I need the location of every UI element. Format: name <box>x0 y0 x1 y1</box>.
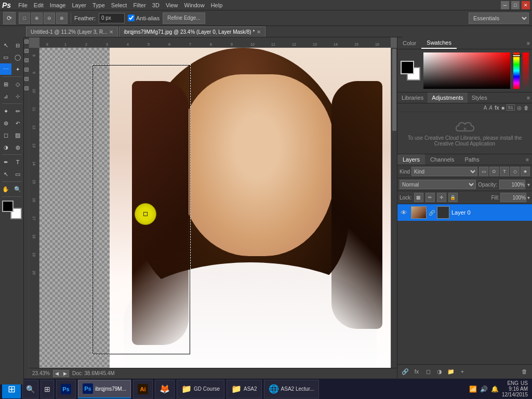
subtract-selection-btn[interactable]: ⊖ <box>44 12 55 24</box>
spot-heal-btn[interactable]: ✦ <box>0 105 11 117</box>
history-brush-btn[interactable]: ↶ <box>12 117 23 129</box>
libs-icon7[interactable]: 🗑 <box>524 105 529 111</box>
new-selection-btn[interactable]: □ <box>19 12 30 24</box>
brush-btn[interactable]: ✏ <box>12 105 23 117</box>
minimize-button[interactable]: ─ <box>501 1 509 9</box>
add-selection-btn[interactable]: ⊕ <box>31 12 43 24</box>
taskbar-ps-file[interactable]: Ps ibrqjms79M... <box>78 380 131 398</box>
nav-right-btn[interactable]: ▶ <box>61 370 69 377</box>
clone-stamp-btn[interactable]: ⊛ <box>0 117 11 129</box>
taskbar-gd-course[interactable]: 📁 GD Course <box>177 380 224 398</box>
layers-tab[interactable]: Layers <box>397 154 425 165</box>
tab-untitled[interactable]: Untitled-1 @ 11.2% (Layer 3, R... ✕ <box>26 26 118 37</box>
menu-edit[interactable]: Edit <box>31 0 47 10</box>
menu-layer[interactable]: Layer <box>69 0 89 10</box>
blur-btn[interactable]: ◍ <box>12 141 23 153</box>
taskbar-asa2[interactable]: 📁 ASA2 <box>227 380 262 398</box>
kind-select[interactable]: Kind <box>411 167 477 176</box>
taskbar-search[interactable]: 🔍 <box>22 380 38 398</box>
taskbar-firefox[interactable]: 🦊 <box>155 380 175 398</box>
magic-wand-btn[interactable]: ✦ <box>12 63 23 75</box>
v-scrollbar[interactable] <box>391 48 397 378</box>
hand-tool-btn[interactable]: ✋ <box>0 183 11 195</box>
color-panel-menu[interactable]: ≡ <box>525 39 532 47</box>
lock-position-btn[interactable]: ✛ <box>437 193 446 202</box>
libraries-tab[interactable]: Libraries <box>397 92 428 103</box>
libs-icon3[interactable]: fx <box>495 105 499 111</box>
channels-tab[interactable]: Channels <box>425 154 459 165</box>
taskbar-ai[interactable]: Ai <box>133 380 153 398</box>
v-sidebar-icon5[interactable] <box>24 77 29 81</box>
alpha-slider[interactable] <box>523 52 529 89</box>
close-button[interactable]: ✕ <box>522 1 530 9</box>
color-gradient-field[interactable] <box>423 52 510 89</box>
new-adj-btn[interactable]: ◑ <box>435 367 444 376</box>
nav-left-btn[interactable]: ◀ <box>53 370 61 377</box>
shape-tool-btn[interactable]: ▭ <box>12 168 23 180</box>
notification-icon[interactable]: 🔔 <box>491 385 499 393</box>
v-sidebar-icon4[interactable] <box>24 68 29 72</box>
layer-item-0[interactable]: 👁 🔗 Layer 0 <box>397 204 532 221</box>
link-layers-btn[interactable]: 🔗 <box>401 367 410 376</box>
styles-tab[interactable]: Styles <box>468 92 491 103</box>
pen-tool-btn[interactable]: ✒ <box>0 156 11 168</box>
menu-file[interactable]: File <box>15 0 31 10</box>
menu-select[interactable]: Select <box>108 0 130 10</box>
layer-icon-type[interactable]: T <box>500 167 509 176</box>
type-tool-btn[interactable]: T <box>12 156 23 168</box>
add-mask-btn[interactable]: ◻ <box>423 367 433 376</box>
layer-icon-adj[interactable]: ⊙ <box>489 167 499 176</box>
swatches-tab[interactable]: Swatches <box>421 37 457 49</box>
menu-help[interactable]: Help <box>208 0 226 10</box>
antialias-checkbox[interactable] <box>128 15 135 21</box>
tab-untitled-close[interactable]: ✕ <box>109 29 113 35</box>
opacity-input[interactable] <box>499 180 525 189</box>
blend-mode-select[interactable]: Normal <box>400 180 476 189</box>
workspace-select[interactable]: EssentialsPhotographyPaintingGraphic and… <box>469 12 529 24</box>
delete-layer-btn[interactable]: 🗑 <box>520 367 529 376</box>
eraser-btn[interactable]: ◻ <box>0 129 11 141</box>
taskbar-asa2-lectur[interactable]: 🌐 ASA2 Lectur... <box>264 380 319 398</box>
menu-window[interactable]: Window <box>181 0 208 10</box>
move-tool-btn[interactable]: ↖ <box>0 39 11 51</box>
taskbar-task-view[interactable]: ⊞ <box>41 380 54 398</box>
taskbar-ps-app[interactable]: Ps <box>56 380 76 398</box>
zoom-tool-btn[interactable]: 🔍 <box>12 183 23 195</box>
menu-view[interactable]: View <box>163 0 181 10</box>
menu-3d[interactable]: 3D <box>149 0 163 10</box>
v-sidebar-icon6[interactable] <box>24 86 29 90</box>
fg-color-swatch[interactable] <box>401 61 414 74</box>
maximize-button[interactable]: □ <box>511 1 520 9</box>
feather-input[interactable] <box>99 13 125 23</box>
new-group-btn[interactable]: 📁 <box>446 367 456 376</box>
libs-icon2[interactable]: A <box>489 105 493 111</box>
menu-type[interactable]: Type <box>89 0 108 10</box>
layer-icon-smart[interactable]: ★ <box>521 167 530 176</box>
libs-icon6[interactable]: ◎ <box>517 105 522 111</box>
crop-tool-btn[interactable]: ⊞ <box>0 78 11 90</box>
refine-edge-button[interactable]: Refine Edge... <box>163 12 205 24</box>
network-icon[interactable]: 📶 <box>469 385 477 393</box>
hue-slider[interactable] <box>513 52 520 89</box>
tab-ibrq[interactable]: ibrqjms79MMg71.jpg @ 23.4% (Layer 0, Lay… <box>119 26 265 37</box>
paths-tab[interactable]: Paths <box>460 154 485 165</box>
volume-icon[interactable]: 🔊 <box>480 385 488 393</box>
path-select-btn[interactable]: ↖ <box>0 168 11 180</box>
lasso-tool-btn[interactable]: ⋯ <box>0 63 11 75</box>
fill-dropdown-icon[interactable]: ▾ <box>527 195 530 201</box>
fill-input[interactable] <box>500 193 526 202</box>
canvas-content[interactable] <box>39 48 391 378</box>
clock-area[interactable]: ENG US 9:16 AM 12/14/2015 <box>502 380 528 397</box>
rect-marquee-btn[interactable]: ▭ <box>0 51 11 63</box>
lock-all-btn[interactable]: 🔒 <box>448 193 458 202</box>
color-sampler-btn[interactable]: ⊹ <box>12 90 23 102</box>
libs-icon1[interactable]: A <box>484 105 487 111</box>
foreground-color[interactable] <box>2 201 14 212</box>
lock-transparent-btn[interactable]: ▩ <box>414 193 423 202</box>
v-scrollbar-thumb[interactable] <box>392 49 396 131</box>
tool-options-icon[interactable]: ⟳ <box>3 12 16 24</box>
layers-panel-menu[interactable]: ≡ <box>523 155 532 165</box>
perspective-btn[interactable]: ◇ <box>12 78 23 90</box>
libs-icon5[interactable]: 51 <box>507 104 515 111</box>
ellipse-marquee-btn[interactable]: ◯ <box>12 51 23 63</box>
